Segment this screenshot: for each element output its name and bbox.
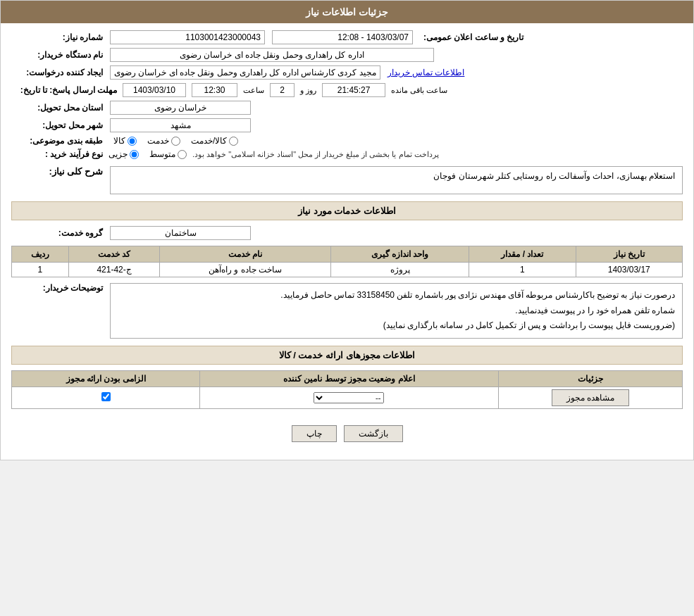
cell-kod: ج-42-421 [68,263,159,277]
label-gerouh: گروه خدمت: [11,228,103,238]
label-shomarehniyaz: شماره نیاز: [11,32,103,42]
radio-jozvi[interactable]: جزیی [109,149,139,159]
print-button[interactable]: چاپ [292,425,337,442]
section-title-permissions: اطلاعات مجوزهای ارائه خدمت / کالا [11,346,683,365]
value-ijad: مجید کردی کارشناس اداره کل راهداری وحمل … [110,65,380,80]
cell-radif: 1 [12,263,69,277]
value-date: 1403/03/10 [123,83,186,97]
section-title-services: اطلاعات خدمات مورد نیاز [11,201,683,220]
permissions-table: جزئیات اعلام وضعیت مجوز توسط نامین کننده… [11,370,683,409]
radio-kala-khedmat[interactable]: کالا/خدمت [191,136,238,146]
col-joziyat: جزئیات [498,370,683,386]
radio-kala[interactable]: کالا [113,136,137,146]
value-namdastgah: اداره کل راهداری وحمل ونقل جاده ای خراسا… [110,48,434,62]
value-ostan: خراسان رضوی [110,101,251,115]
permission-status-dropdown[interactable]: -- [314,392,384,403]
value-sharhkoli: استعلام بهسازی، احداث وآسفالت راه روستای… [110,166,683,194]
value-rooz: 2 [270,83,295,97]
bottom-buttons: بازگشت چاپ [11,415,683,453]
col-tarikh: تاریخ نیاز [576,246,682,263]
table-row: 1403/03/17 1 پروژه ساخت جاده و راه‌آهن ج… [12,263,683,277]
text-pardakht: پرداخت تمام یا بخشی از مبلغ خریدار از مح… [192,150,439,159]
cell-tarikh: 1403/03/17 [576,263,682,277]
cell-vahed: پروژه [330,263,469,277]
permission-row: مشاهده مجوز -- [12,386,683,408]
label-tarikh: تاریخ و ساعت اعلان عمومی: [420,32,523,42]
label-ijad: ایجاد کننده درخواست: [11,68,103,77]
value-shahr: مشهد [110,118,251,132]
back-button[interactable]: بازگشت [344,425,403,442]
radio-motavasset[interactable]: متوسط [149,149,187,159]
label-saat: ساعت [243,86,264,95]
view-permission-button[interactable]: مشاهده مجوز [552,389,629,406]
col-tedad: تعداد / مقدار [469,246,576,263]
label-sharhkoli: شرح کلی نیاز: [11,166,103,177]
label-tabaqe: طبقه بندی موضوعی: [11,136,103,146]
cell-name: ساخت جاده و راه‌آهن [160,263,331,277]
label-noefaryand: نوع فرآیند خرید : [11,149,103,159]
value-shomarehniyaz: 1103001423000043 [110,30,265,44]
radio-khedmat[interactable]: خدمت [147,136,180,146]
label-namdastgah: نام دستگاه خریدار: [11,50,103,60]
label-mohlat: مهلت ارسال پاسخ: تا تاریخ: [11,85,117,95]
col-radif: ردیف [12,246,69,263]
cell-tedad: 1 [469,263,576,277]
services-table: تاریخ نیاز تعداد / مقدار واحد اندازه گیر… [11,246,683,277]
page-title: جزئیات اطلاعات نیاز [1,1,693,23]
label-saatbaqi: ساعت باقی مانده [391,86,447,95]
label-tosiyat: توضیحات خریدار: [11,283,103,293]
col-kod: کد خدمت [68,246,159,263]
value-gerouh: ساختمان [110,226,251,240]
link-ettelaat-tamas[interactable]: اطلاعات تماس خریدار [388,68,465,77]
value-tarikh: 1403/03/07 - 12:08 [272,30,413,44]
permission-required-checkbox[interactable] [101,392,111,401]
col-ettelam: اعلام وضعیت مجوز توسط نامین کننده [200,370,498,386]
label-rooz: روز و [300,86,316,95]
value-tosiyat: درصورت نیاز به توضیح باکارشناس مربوطه آق… [110,283,683,339]
value-saat: 12:30 [192,83,237,97]
label-shahr: شهر محل تحویل: [11,120,103,130]
col-vahed: واحد اندازه گیری [330,246,469,263]
col-name: نام خدمت [160,246,331,263]
value-time-remain: 21:45:27 [322,83,385,97]
col-elzami: الزامی بودن ارائه مجوز [12,370,200,386]
label-ostan: استان محل تحویل: [11,103,103,113]
